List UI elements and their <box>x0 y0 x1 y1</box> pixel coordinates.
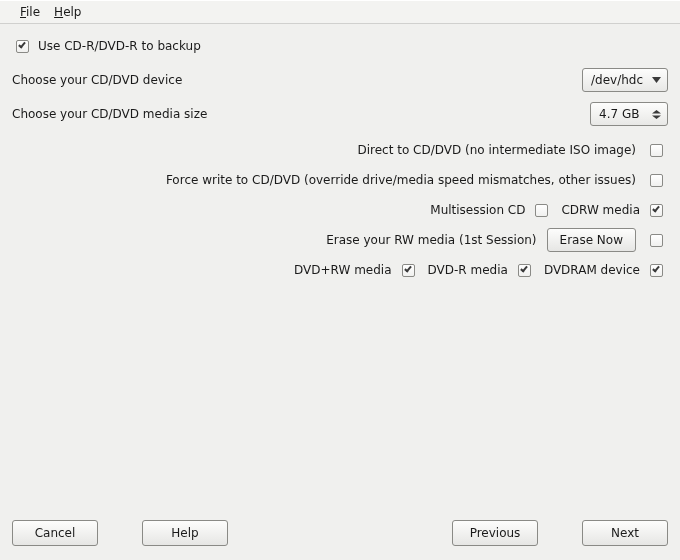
dvdprw-checkbox[interactable] <box>402 264 415 277</box>
device-row: Choose your CD/DVD device /dev/hdc <box>12 68 668 92</box>
direct-checkbox[interactable] <box>650 144 663 157</box>
cdrw-label: CDRW media <box>561 203 640 217</box>
erase-now-button[interactable]: Erase Now <box>547 228 636 252</box>
options-block: Direct to CD/DVD (no intermediate ISO im… <box>12 138 668 282</box>
cancel-button[interactable]: Cancel <box>12 520 98 546</box>
dvdram-checkbox[interactable] <box>650 264 663 277</box>
device-select[interactable]: /dev/hdc <box>582 68 668 92</box>
multisession-label: Multisession CD <box>430 203 525 217</box>
footer-left: Cancel Help <box>12 520 228 546</box>
multisession-checkbox[interactable] <box>535 204 548 217</box>
dvdr-label: DVD-R media <box>428 263 508 277</box>
force-checkbox[interactable] <box>650 174 663 187</box>
footer-right: Previous Next <box>452 520 668 546</box>
direct-row: Direct to CD/DVD (no intermediate ISO im… <box>12 138 666 162</box>
menu-help-tail: elp <box>63 5 81 19</box>
media-size-select[interactable]: 4.7 GB <box>590 102 668 126</box>
device-label: Choose your CD/DVD device <box>12 73 182 87</box>
use-cdr-row: Use CD-R/DVD-R to backup <box>12 34 668 58</box>
dvd-row: DVD+RW media DVD-R media DVDRAM device <box>12 258 666 282</box>
next-button[interactable]: Next <box>582 520 668 546</box>
force-row: Force write to CD/DVD (override drive/me… <box>12 168 666 192</box>
dvdprw-label: DVD+RW media <box>294 263 391 277</box>
media-size-label: Choose your CD/DVD media size <box>12 107 207 121</box>
menu-file-tail: ile <box>26 5 40 19</box>
chevron-down-icon <box>649 103 663 125</box>
dvdr-checkbox[interactable] <box>518 264 531 277</box>
direct-label: Direct to CD/DVD (no intermediate ISO im… <box>357 143 636 157</box>
force-label: Force write to CD/DVD (override drive/me… <box>166 173 636 187</box>
content-area: Use CD-R/DVD-R to backup Choose your CD/… <box>0 24 680 510</box>
erase-row: Erase your RW media (1st Session) Erase … <box>12 228 666 252</box>
use-cdr-label: Use CD-R/DVD-R to backup <box>38 39 201 53</box>
cdrw-checkbox[interactable] <box>650 204 663 217</box>
media-size-value: 4.7 GB <box>599 107 639 121</box>
backup-wizard-window: File Help Use CD-R/DVD-R to backup Choos… <box>0 0 680 560</box>
help-button[interactable]: Help <box>142 520 228 546</box>
erase-checkbox[interactable] <box>650 234 663 247</box>
multisession-cdrw-row: Multisession CD CDRW media <box>12 198 666 222</box>
menu-file[interactable]: File <box>20 5 40 19</box>
menubar: File Help <box>0 0 680 24</box>
footer: Cancel Help Previous Next <box>0 510 680 560</box>
menu-help[interactable]: Help <box>54 5 81 19</box>
erase-label: Erase your RW media (1st Session) <box>326 233 536 247</box>
previous-button[interactable]: Previous <box>452 520 538 546</box>
chevron-down-icon <box>649 69 663 91</box>
device-select-value: /dev/hdc <box>591 73 643 87</box>
media-size-row: Choose your CD/DVD media size 4.7 GB <box>12 102 668 126</box>
dvdram-label: DVDRAM device <box>544 263 640 277</box>
use-cdr-checkbox[interactable] <box>16 40 29 53</box>
